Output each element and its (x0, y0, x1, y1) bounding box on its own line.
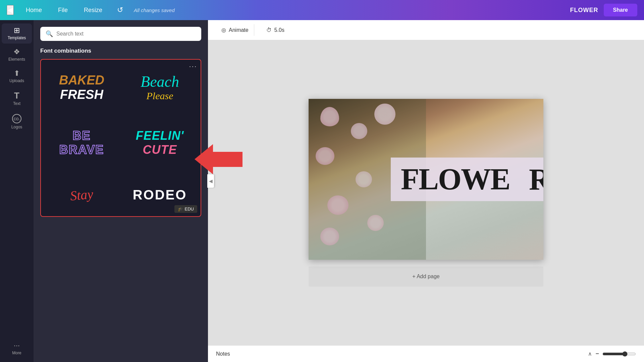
sidebar-item-elements[interactable]: ❖ Elements (2, 45, 32, 65)
rodeo-text: RODEO (133, 187, 187, 202)
sidebar-item-more[interactable]: ··· More (2, 339, 32, 359)
stay-combo[interactable]: Stay (44, 180, 119, 209)
brave-text: BRAVE (59, 143, 104, 157)
project-name[interactable]: FLOWER (570, 7, 598, 14)
add-page-button[interactable]: + Add page (309, 266, 543, 287)
please-text: Please (141, 90, 179, 102)
chevron-up-icon[interactable]: ∧ (588, 351, 592, 357)
share-button[interactable]: Share (604, 4, 637, 16)
stay-text: Stay (69, 186, 94, 204)
canvas-flower-text: FLOWE (401, 164, 510, 194)
timer-icon: ⏱ (266, 27, 272, 33)
be-brave-combo[interactable]: BE BRAVE (44, 115, 119, 170)
text-icon: T (14, 91, 19, 100)
templates-icon: ⊞ (14, 27, 20, 34)
feelin-cute-combo[interactable]: FEELIN' CUTE (122, 115, 197, 170)
left-panel: 🔍 Font combinations ··· BAKED FRESH Beac… (34, 20, 208, 362)
fresh-text: FRESH (59, 87, 104, 102)
beach-please-combo[interactable]: Beach Please (122, 66, 197, 109)
beach-text: Beach (141, 73, 179, 90)
arrow-indicator (195, 144, 243, 174)
notes-label: Notes (216, 351, 230, 357)
section-title: Font combinations (40, 48, 201, 54)
logos-icon: co. (12, 114, 21, 123)
home-button[interactable]: Home (22, 5, 46, 16)
canvas-toolbar: ◎ Animate ⏱ 5.0s (208, 20, 644, 40)
bottom-bar: Notes ∧ − (208, 345, 644, 362)
chevron-left-icon: ◀ (209, 178, 213, 184)
search-input[interactable] (56, 31, 196, 37)
text-overlay-box[interactable]: FLOWE R (391, 158, 543, 201)
more-icon: ··· (14, 342, 20, 349)
resize-button[interactable]: Resize (80, 5, 106, 16)
back-button[interactable]: ◀ (7, 5, 14, 15)
duration-button[interactable]: ⏱ 5.0s (261, 24, 290, 36)
saved-status: All changes saved (134, 7, 175, 13)
search-icon: 🔍 (46, 30, 53, 38)
zoom-minus-icon: − (595, 350, 599, 357)
edu-badge: 🎓 EDU (174, 205, 197, 213)
card-menu-button[interactable]: ··· (189, 63, 197, 70)
sidebar: ⊞ Templates ❖ Elements ⬆ Uploads T Text … (0, 20, 34, 362)
panel-collapse-button[interactable]: ◀ (207, 174, 214, 188)
topbar: ◀ Home File Resize ↺ All changes saved F… (0, 0, 644, 20)
animate-button[interactable]: ◎ Animate (216, 24, 254, 36)
sidebar-item-text[interactable]: T Text (2, 88, 32, 109)
main-area: ◎ Animate ⏱ 5.0s (208, 20, 644, 362)
file-button[interactable]: File (54, 5, 72, 16)
animate-icon: ◎ (221, 27, 226, 33)
sidebar-item-logos[interactable]: co. Logos (2, 111, 32, 133)
undo-button[interactable]: ↺ (117, 6, 123, 14)
add-page-label: + Add page (412, 274, 439, 280)
elements-icon: ❖ (13, 48, 20, 56)
feelin-text: FEELIN' (136, 129, 184, 143)
sidebar-item-uploads[interactable]: ⬆ Uploads (2, 66, 32, 86)
canvas-frame[interactable]: FLOWE R (309, 99, 543, 260)
canvas-area[interactable]: FLOWE R + Add page (208, 40, 644, 345)
be-text: BE (59, 129, 104, 143)
edu-icon: 🎓 (178, 206, 183, 212)
zoom-slider[interactable] (602, 351, 636, 357)
search-bar[interactable]: 🔍 (40, 27, 201, 41)
sidebar-item-templates[interactable]: ⊞ Templates (2, 23, 32, 44)
font-combo-card[interactable]: ··· BAKED FRESH Beach Please 🎓 EDU (40, 59, 201, 217)
baked-fresh-combo[interactable]: BAKED FRESH (44, 66, 119, 109)
baked-text: BAKED (59, 73, 104, 87)
uploads-icon: ⬆ (14, 70, 20, 77)
cute-text: CUTE (136, 143, 184, 157)
